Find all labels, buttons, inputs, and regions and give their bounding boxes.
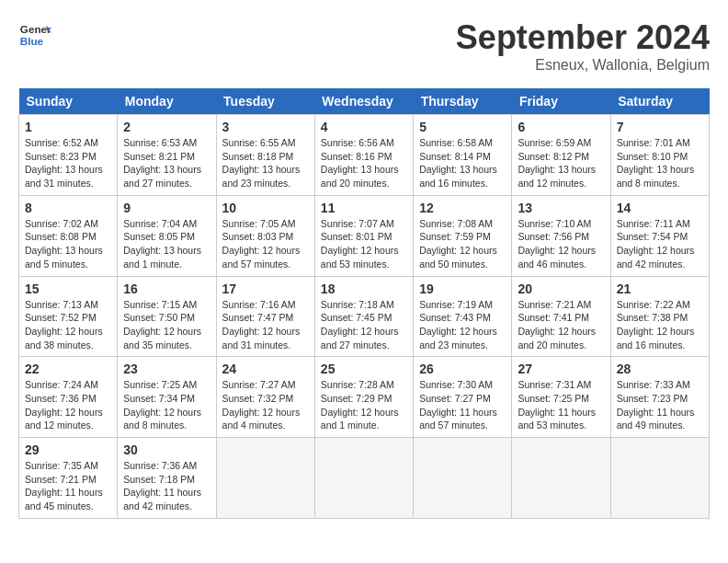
calendar-cell: 13Sunrise: 7:10 AM Sunset: 7:56 PM Dayli… [512,195,610,276]
day-number: 16 [123,282,210,296]
svg-text:Blue: Blue [20,35,44,47]
calendar-week-row: 22Sunrise: 7:24 AM Sunset: 7:36 PM Dayli… [19,357,710,438]
day-number: 9 [123,201,210,215]
day-info: Sunrise: 7:04 AM Sunset: 8:05 PM Dayligh… [123,217,210,271]
day-number: 26 [419,362,506,376]
calendar-cell: 22Sunrise: 7:24 AM Sunset: 7:36 PM Dayli… [19,357,118,438]
day-number: 7 [617,120,703,134]
day-info: Sunrise: 7:33 AM Sunset: 7:23 PM Dayligh… [617,378,703,432]
calendar-cell [512,438,610,519]
day-info: Sunrise: 7:35 AM Sunset: 7:21 PM Dayligh… [25,459,111,513]
day-number: 18 [321,282,407,296]
day-number: 24 [222,362,309,376]
col-header-tuesday: Tuesday [216,88,314,115]
calendar-cell: 10Sunrise: 7:05 AM Sunset: 8:03 PM Dayli… [216,195,314,276]
day-info: Sunrise: 7:08 AM Sunset: 7:59 PM Dayligh… [419,217,506,271]
header: General Blue September 2024 Esneux, Wall… [18,18,710,74]
calendar-cell: 8Sunrise: 7:02 AM Sunset: 8:08 PM Daylig… [19,195,118,276]
calendar-cell: 29Sunrise: 7:35 AM Sunset: 7:21 PM Dayli… [19,438,118,519]
calendar-cell [314,438,413,519]
day-info: Sunrise: 7:22 AM Sunset: 7:38 PM Dayligh… [617,298,703,352]
calendar-cell: 16Sunrise: 7:15 AM Sunset: 7:50 PM Dayli… [118,276,216,357]
day-number: 17 [222,282,309,296]
calendar-cell [216,438,314,519]
calendar-cell: 6Sunrise: 6:59 AM Sunset: 8:12 PM Daylig… [512,115,610,196]
calendar-cell: 2Sunrise: 6:53 AM Sunset: 8:21 PM Daylig… [118,115,216,196]
calendar-cell: 19Sunrise: 7:19 AM Sunset: 7:43 PM Dayli… [414,276,512,357]
calendar-cell: 30Sunrise: 7:36 AM Sunset: 7:18 PM Dayli… [118,438,216,519]
day-number: 8 [25,201,111,215]
col-header-monday: Monday [118,88,216,115]
calendar-week-row: 15Sunrise: 7:13 AM Sunset: 7:52 PM Dayli… [19,276,710,357]
calendar-cell: 18Sunrise: 7:18 AM Sunset: 7:45 PM Dayli… [314,276,413,357]
day-info: Sunrise: 6:59 AM Sunset: 8:12 PM Dayligh… [518,136,604,190]
calendar-cell: 7Sunrise: 7:01 AM Sunset: 8:10 PM Daylig… [610,115,709,196]
day-info: Sunrise: 6:52 AM Sunset: 8:23 PM Dayligh… [25,136,111,190]
day-info: Sunrise: 7:25 AM Sunset: 7:34 PM Dayligh… [123,378,210,432]
day-info: Sunrise: 7:13 AM Sunset: 7:52 PM Dayligh… [25,298,111,352]
calendar-cell: 21Sunrise: 7:22 AM Sunset: 7:38 PM Dayli… [610,276,709,357]
day-info: Sunrise: 7:05 AM Sunset: 8:03 PM Dayligh… [222,217,309,271]
day-info: Sunrise: 7:27 AM Sunset: 7:32 PM Dayligh… [222,378,309,432]
day-info: Sunrise: 7:16 AM Sunset: 7:47 PM Dayligh… [222,298,309,352]
day-info: Sunrise: 6:56 AM Sunset: 8:16 PM Dayligh… [321,136,407,190]
day-number: 21 [617,282,703,296]
day-number: 14 [617,201,703,215]
calendar-cell: 12Sunrise: 7:08 AM Sunset: 7:59 PM Dayli… [414,195,512,276]
logo-icon: General Blue [18,18,51,52]
day-info: Sunrise: 7:15 AM Sunset: 7:50 PM Dayligh… [123,298,210,352]
day-info: Sunrise: 7:02 AM Sunset: 8:08 PM Dayligh… [25,217,111,271]
day-number: 11 [321,201,407,215]
day-number: 15 [25,282,111,296]
day-info: Sunrise: 7:18 AM Sunset: 7:45 PM Dayligh… [321,298,407,352]
day-number: 12 [419,201,506,215]
day-number: 10 [222,201,309,215]
calendar-week-row: 8Sunrise: 7:02 AM Sunset: 8:08 PM Daylig… [19,195,710,276]
logo: General Blue [18,18,51,52]
calendar-table: SundayMondayTuesdayWednesdayThursdayFrid… [18,88,710,519]
day-info: Sunrise: 7:01 AM Sunset: 8:10 PM Dayligh… [617,136,703,190]
calendar-cell [414,438,512,519]
day-number: 6 [518,120,604,134]
calendar-cell: 5Sunrise: 6:58 AM Sunset: 8:14 PM Daylig… [414,115,512,196]
calendar-cell: 28Sunrise: 7:33 AM Sunset: 7:23 PM Dayli… [610,357,709,438]
calendar-cell: 25Sunrise: 7:28 AM Sunset: 7:29 PM Dayli… [314,357,413,438]
day-info: Sunrise: 7:30 AM Sunset: 7:27 PM Dayligh… [419,378,506,432]
title-area: September 2024 Esneux, Wallonia, Belgium [456,18,710,74]
day-number: 4 [321,120,407,134]
col-header-wednesday: Wednesday [314,88,413,115]
day-number: 29 [25,442,111,457]
calendar-cell: 11Sunrise: 7:07 AM Sunset: 8:01 PM Dayli… [314,195,413,276]
calendar-cell: 17Sunrise: 7:16 AM Sunset: 7:47 PM Dayli… [216,276,314,357]
day-number: 5 [419,120,506,134]
day-number: 19 [419,282,506,296]
day-number: 3 [222,120,309,134]
calendar-cell: 9Sunrise: 7:04 AM Sunset: 8:05 PM Daylig… [118,195,216,276]
day-info: Sunrise: 7:07 AM Sunset: 8:01 PM Dayligh… [321,217,407,271]
day-info: Sunrise: 7:19 AM Sunset: 7:43 PM Dayligh… [419,298,506,352]
day-number: 1 [25,120,111,134]
day-number: 2 [123,120,210,134]
day-number: 25 [321,362,407,376]
month-title: September 2024 [456,18,710,57]
header-row: SundayMondayTuesdayWednesdayThursdayFrid… [19,88,710,115]
day-info: Sunrise: 7:28 AM Sunset: 7:29 PM Dayligh… [321,378,407,432]
day-number: 28 [617,362,703,376]
col-header-friday: Friday [512,88,610,115]
col-header-sunday: Sunday [19,88,118,115]
calendar-cell: 20Sunrise: 7:21 AM Sunset: 7:41 PM Dayli… [512,276,610,357]
day-info: Sunrise: 6:55 AM Sunset: 8:18 PM Dayligh… [222,136,309,190]
calendar-cell: 24Sunrise: 7:27 AM Sunset: 7:32 PM Dayli… [216,357,314,438]
day-number: 30 [123,442,210,457]
day-info: Sunrise: 6:53 AM Sunset: 8:21 PM Dayligh… [123,136,210,190]
day-info: Sunrise: 7:10 AM Sunset: 7:56 PM Dayligh… [518,217,604,271]
day-info: Sunrise: 7:36 AM Sunset: 7:18 PM Dayligh… [123,459,210,513]
day-info: Sunrise: 7:21 AM Sunset: 7:41 PM Dayligh… [518,298,604,352]
day-number: 22 [25,362,111,376]
col-header-thursday: Thursday [414,88,512,115]
calendar-cell: 23Sunrise: 7:25 AM Sunset: 7:34 PM Dayli… [118,357,216,438]
day-info: Sunrise: 6:58 AM Sunset: 8:14 PM Dayligh… [419,136,506,190]
calendar-cell: 4Sunrise: 6:56 AM Sunset: 8:16 PM Daylig… [314,115,413,196]
day-number: 20 [518,282,604,296]
day-number: 23 [123,362,210,376]
